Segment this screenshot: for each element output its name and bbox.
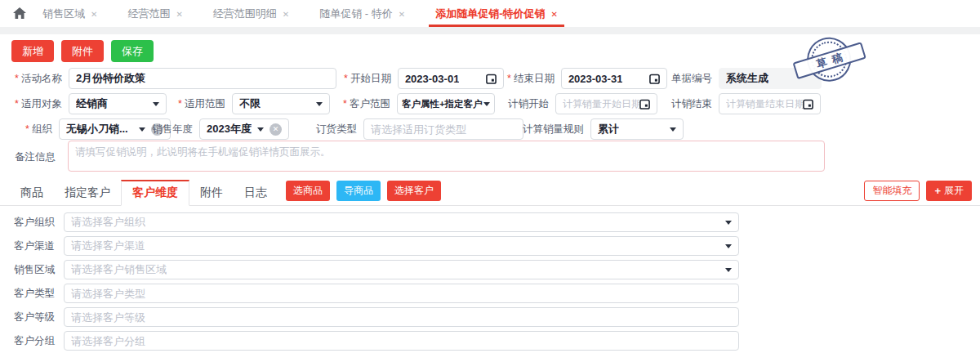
customer-org-row: 客户组织 请选择客户组织 bbox=[0, 212, 739, 232]
calendar-icon[interactable] bbox=[486, 74, 497, 84]
doc-number-label: 单据编号 bbox=[671, 72, 712, 86]
activity-name-label: 活动名称 bbox=[15, 72, 62, 86]
organization-field: 组织 无锡小刀销... ✕ bbox=[25, 118, 171, 140]
add-button[interactable]: 新增 bbox=[11, 40, 54, 62]
sales-year-label: 销售年度 bbox=[152, 123, 193, 136]
calc-end-label: 计销结束 bbox=[671, 97, 712, 111]
divider-band bbox=[0, 27, 980, 34]
tab-logs[interactable]: 日志 bbox=[234, 181, 278, 205]
sales-region-row: 销售区域 请选择客户销售区域 bbox=[0, 260, 739, 279]
order-type-input[interactable] bbox=[363, 118, 523, 140]
chevron-down-icon bbox=[257, 127, 264, 132]
top-tab-order-promotion-special[interactable]: 随单促销 - 特价 bbox=[319, 0, 405, 27]
end-date-input[interactable]: 2023-03-31 bbox=[561, 68, 667, 89]
apply-scope-label: 适用范围 bbox=[178, 97, 225, 111]
calc-rule-field: 计算销量规则 累计 bbox=[523, 118, 684, 140]
apply-object-field: 适用对象 经销商 bbox=[15, 93, 167, 114]
customer-group-input[interactable] bbox=[64, 331, 739, 351]
sales-region-label: 销售区域 bbox=[11, 263, 55, 277]
home-icon[interactable] bbox=[13, 7, 26, 20]
attachment-button[interactable]: 附件 bbox=[61, 40, 104, 62]
calc-rule-label: 计算销量规则 bbox=[523, 123, 584, 136]
customer-channel-row: 客户渠道 请选择客户渠道 bbox=[0, 236, 739, 256]
apply-scope-select[interactable]: 不限 bbox=[232, 93, 330, 114]
top-tab-business-scope-detail[interactable]: 经营范围明细 bbox=[213, 0, 289, 27]
activity-name-input[interactable] bbox=[69, 68, 336, 89]
chevron-down-icon bbox=[483, 102, 490, 106]
detail-actions: 选商品 导商品 选择客户 bbox=[286, 181, 441, 205]
detail-tab-bar: 商品 指定客户 客户维度 附件 日志 选商品 导商品 选择客户 智能填充 展开 bbox=[0, 182, 980, 206]
expand-button-label: 展开 bbox=[944, 184, 964, 198]
draft-stamp: 草稿 bbox=[788, 26, 875, 96]
close-icon[interactable] bbox=[283, 7, 289, 20]
import-product-button[interactable]: 导商品 bbox=[336, 181, 381, 201]
top-tab-business-scope[interactable]: 经营范围 bbox=[127, 0, 182, 27]
calc-start-label: 计销开始 bbox=[508, 97, 549, 111]
calendar-icon[interactable] bbox=[639, 99, 650, 109]
customer-org-select[interactable]: 请选择客户组织 bbox=[64, 212, 739, 232]
customer-scope-label: 客户范围 bbox=[343, 97, 390, 111]
remark-label: 备注信息 bbox=[15, 150, 56, 164]
activity-name-field: 活动名称 bbox=[15, 68, 336, 89]
calc-rule-select[interactable]: 累计 bbox=[590, 118, 684, 140]
sales-year-field: 销售年度 2023年度 ✕ bbox=[152, 118, 289, 140]
save-button[interactable]: 保存 bbox=[111, 40, 154, 62]
customer-channel-label: 客户渠道 bbox=[11, 239, 55, 253]
end-date-field: 结束日期 2023-03-31 bbox=[507, 68, 667, 89]
top-tab-label: 添加随单促销-特价促销 bbox=[435, 7, 545, 21]
top-tab-add-order-promotion[interactable]: 添加随单促销-特价促销 bbox=[435, 0, 558, 27]
organization-label: 组织 bbox=[25, 123, 52, 136]
start-date-label: 开始日期 bbox=[344, 72, 391, 86]
apply-object-select[interactable]: 经销商 bbox=[69, 93, 167, 114]
tab-customer-dimension[interactable]: 客户维度 bbox=[121, 180, 189, 206]
chevron-down-icon bbox=[316, 102, 323, 106]
customer-level-label: 客户等级 bbox=[11, 311, 55, 324]
customer-level-row: 客户等级 bbox=[0, 307, 739, 327]
top-tab-label: 经营范围 bbox=[127, 7, 170, 21]
close-icon[interactable] bbox=[399, 7, 405, 20]
tab-attachments[interactable]: 附件 bbox=[189, 181, 234, 205]
order-type-field: 订货类型 bbox=[316, 118, 523, 140]
clear-icon[interactable]: ✕ bbox=[270, 123, 282, 136]
calc-end-field: 计销结束 计算销量结束日期 bbox=[671, 93, 821, 114]
calc-end-input[interactable]: 计算销量结束日期 bbox=[719, 93, 821, 114]
expand-button[interactable]: 展开 bbox=[926, 181, 972, 201]
chevron-down-icon bbox=[725, 244, 732, 248]
close-icon[interactable] bbox=[550, 7, 557, 20]
apply-object-label: 适用对象 bbox=[15, 97, 62, 111]
toolbar: 新增 附件 保存 bbox=[11, 40, 154, 62]
chevron-down-icon bbox=[153, 102, 159, 106]
calendar-icon[interactable] bbox=[649, 74, 660, 84]
sales-region-select[interactable]: 请选择客户销售区域 bbox=[64, 260, 739, 279]
apply-scope-field: 适用范围 不限 bbox=[178, 93, 330, 114]
sales-year-select[interactable]: 2023年度 ✕ bbox=[199, 118, 289, 140]
chevron-down-icon bbox=[725, 268, 732, 272]
customer-group-label: 客户分组 bbox=[11, 334, 55, 348]
customer-type-input[interactable] bbox=[64, 284, 739, 303]
customer-group-row: 客户分组 bbox=[0, 331, 739, 351]
top-tab-label: 随单促销 - 特价 bbox=[319, 7, 393, 21]
customer-channel-select[interactable]: 请选择客户渠道 bbox=[64, 236, 739, 256]
tab-products[interactable]: 商品 bbox=[10, 181, 54, 205]
detail-right-actions: 智能填充 展开 bbox=[864, 181, 980, 205]
top-tab-label: 经营范围明细 bbox=[213, 7, 277, 21]
customer-org-label: 客户组织 bbox=[11, 216, 55, 230]
top-tab-sales-area[interactable]: 销售区域 bbox=[42, 0, 97, 27]
customer-scope-select[interactable]: 客户属性+指定客户 bbox=[397, 93, 495, 114]
customer-scope-field: 客户范围 客户属性+指定客户 bbox=[343, 93, 495, 114]
remark-textarea[interactable] bbox=[68, 141, 825, 172]
chevron-down-icon bbox=[139, 127, 145, 132]
start-date-input[interactable]: 2023-03-01 bbox=[398, 68, 504, 89]
pick-product-button[interactable]: 选商品 bbox=[286, 181, 330, 201]
close-icon[interactable] bbox=[91, 7, 97, 20]
end-date-label: 结束日期 bbox=[507, 72, 555, 86]
customer-level-input[interactable] bbox=[64, 307, 739, 327]
pick-customer-button[interactable]: 选择客户 bbox=[387, 181, 441, 201]
tab-designated-customers[interactable]: 指定客户 bbox=[54, 181, 121, 205]
calc-start-input[interactable]: 计算销量开始日期 bbox=[555, 93, 657, 114]
smart-fill-button[interactable]: 智能填充 bbox=[864, 181, 920, 201]
close-icon[interactable] bbox=[176, 7, 182, 20]
calendar-icon[interactable] bbox=[803, 99, 813, 109]
customer-type-row: 客户类型 bbox=[0, 284, 739, 303]
top-tab-bar: 销售区域 经营范围 经营范围明细 随单促销 - 特价 添加随单促销-特价促销 bbox=[0, 0, 980, 27]
